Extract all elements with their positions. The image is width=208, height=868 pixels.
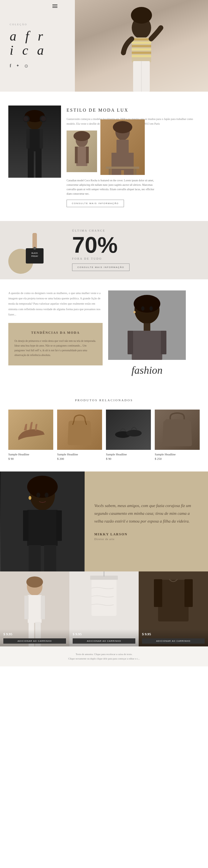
trends-right: fashion (108, 290, 186, 376)
hero-image-panel (75, 0, 208, 92)
svg-point-68 (26, 577, 43, 588)
svg-point-58 (29, 496, 31, 500)
svg-text:FRIDAY: FRIDAY (31, 255, 38, 257)
hero-title: a f r i c a (10, 29, 65, 57)
svg-rect-69 (28, 595, 42, 623)
collection-label: COLEÇÃO (10, 23, 65, 26)
trends-section: A questão de como os designers veem as m… (0, 279, 208, 388)
svg-point-24 (73, 131, 90, 141)
svg-rect-25 (76, 147, 88, 166)
svg-rect-48 (132, 331, 162, 360)
svg-rect-65 (44, 545, 56, 571)
product-image-3 (106, 409, 151, 450)
svg-rect-62 (23, 510, 29, 541)
svg-point-54 (126, 430, 142, 436)
svg-rect-7 (132, 55, 151, 57)
product-card-4: Sample Headline $ 250 (155, 409, 200, 460)
add-to-cart-3[interactable]: Adicionar ao carrinho (142, 639, 205, 644)
svg-rect-6 (132, 52, 151, 54)
svg-rect-19 (26, 129, 30, 149)
product-price-3: $ 90 (106, 457, 151, 460)
sale-description: FORA DE TUDO (72, 257, 200, 260)
svg-rect-47 (144, 323, 150, 332)
trends-box-title: TENDÊNCIAS DA MODA (14, 331, 97, 335)
product-card-2: Sample Headline $ 200 (57, 409, 102, 460)
svg-point-16 (23, 116, 28, 121)
svg-rect-31 (111, 153, 121, 175)
bottom-product-2: $ 9.95 Adicionar ao carrinho (69, 571, 139, 646)
svg-point-29 (113, 121, 132, 133)
svg-rect-50 (161, 331, 166, 354)
svg-rect-2 (132, 38, 151, 40)
product-price-4: $ 250 (155, 457, 200, 460)
svg-rect-61 (27, 510, 58, 546)
sale-percent: 70% (72, 234, 200, 256)
instagram-icon[interactable]: ⊙ (25, 63, 28, 69)
svg-rect-64 (29, 545, 41, 571)
products-section: PRODUTOS RELACIONADOS Sample Headline $ … (0, 388, 208, 471)
svg-point-17 (41, 116, 46, 121)
fashion-img-2 (100, 119, 145, 175)
svg-rect-32 (124, 153, 134, 175)
product-name-2: Sample Headline (57, 453, 102, 456)
svg-rect-26 (75, 147, 78, 163)
svg-rect-22 (35, 150, 42, 178)
svg-rect-70 (25, 596, 29, 619)
fashion-right: ESTILO DE MODA LUX Gustavosim começou a … (67, 105, 200, 207)
svg-point-46 (133, 311, 136, 313)
trends-text: A questão de como os designers veem as m… (8, 290, 103, 317)
fashion-model-image (8, 105, 61, 178)
svg-point-60 (45, 493, 48, 498)
fashion-caption: Canadian model Coco Rocha is featured on… (67, 178, 158, 196)
svg-rect-63 (56, 510, 62, 541)
black-friday-tag: BLACK FRIDAY (24, 233, 46, 268)
svg-point-59 (36, 493, 40, 498)
product-price-2: $ 200 (57, 457, 102, 460)
sale-subtitle: ÚLTIMA CHANCE (72, 229, 200, 232)
sale-banner: BLACK FRIDAY ÚLTIMA CHANCE 70% FORA DE T… (0, 221, 208, 279)
quote-author-block: MIKKY LARSON Diretor de arte (94, 532, 198, 540)
product-name-3: Sample Headline (106, 453, 151, 456)
svg-point-44 (141, 306, 144, 311)
consult-more-button[interactable]: CONSULTE MAIS INFORMAÇÃO (67, 199, 124, 207)
product-image-4 (155, 409, 200, 450)
add-to-cart-1[interactable]: Adicionar ao carrinho (3, 639, 66, 644)
footer: Texto de amostra. Clique para recolocar … (0, 646, 208, 666)
add-to-cart-2[interactable]: Adicionar ao carrinho (73, 639, 135, 644)
bottom-product-price-1: $ 9.95 (3, 632, 66, 637)
quote-section: Vocês sabem, meus amigos, com que fazia … (0, 471, 208, 571)
svg-point-11 (131, 7, 152, 24)
product-image-2 (57, 409, 102, 450)
fashion-heading: ESTILO DE MODA LUX (67, 108, 200, 113)
fashion-script-text: fashion (108, 364, 186, 376)
quote-author-role: Diretor de arte (94, 537, 198, 540)
sale-content: ÚLTIMA CHANCE 70% FORA DE TUDO CONSULTE … (64, 223, 208, 277)
svg-rect-20 (40, 129, 43, 149)
svg-rect-35 (134, 169, 136, 175)
svg-rect-18 (28, 129, 42, 151)
svg-point-38 (33, 247, 36, 250)
trends-box-text: Os desejo de primavera e verão desta que… (14, 339, 97, 358)
svg-rect-80 (154, 579, 162, 607)
svg-rect-5 (132, 48, 151, 51)
trends-left: A questão de como os designers veem as m… (8, 290, 103, 376)
facebook-icon[interactable]: f (10, 63, 11, 69)
bottom-product-price-3: $ 9.95 (142, 632, 205, 637)
bottom-products-section: $ 9.95 Adicionar ao carrinho $ 9.95 Adic… (0, 571, 208, 646)
trends-model-image (108, 290, 186, 360)
svg-rect-71 (41, 596, 45, 619)
sale-consult-button[interactable]: CONSULTE MAIS INFORMAÇÃO (72, 264, 130, 271)
svg-rect-33 (106, 166, 139, 169)
quote-model-image (0, 471, 84, 571)
product-name-1: Sample Headline (8, 453, 53, 456)
trends-box: TENDÊNCIAS DA MODA Os desejo de primaver… (8, 323, 103, 365)
svg-point-43 (134, 295, 160, 313)
svg-text:BLACK: BLACK (32, 252, 38, 254)
menu-button[interactable] (51, 3, 59, 9)
twitter-icon[interactable]: ✦ (16, 63, 20, 69)
fashion-img-1 (67, 130, 97, 172)
product-image-1 (8, 409, 53, 450)
svg-rect-27 (86, 147, 89, 163)
quote-author-name: MIKKY LARSON (94, 532, 198, 536)
product-card-3: Sample Headline $ 90 (106, 409, 151, 460)
